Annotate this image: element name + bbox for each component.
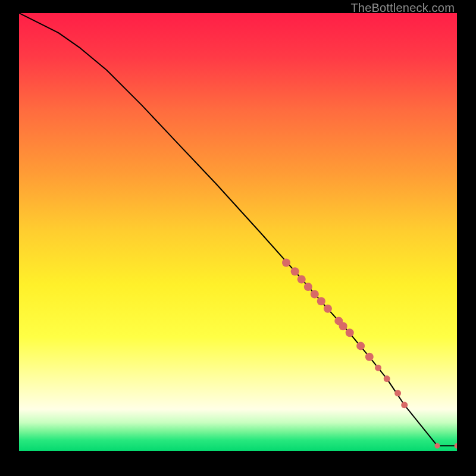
- data-marker: [384, 375, 390, 382]
- data-marker: [401, 402, 408, 408]
- data-marker: [356, 342, 365, 350]
- data-marker: [282, 259, 290, 267]
- data-marker: [317, 297, 325, 305]
- data-marker: [324, 305, 332, 313]
- data-marker: [339, 322, 347, 330]
- data-marker: [434, 443, 440, 449]
- data-marker: [394, 390, 401, 396]
- data-marker: [291, 267, 299, 275]
- data-marker: [346, 328, 354, 337]
- data-marker: [298, 275, 306, 284]
- chart-frame: [19, 13, 457, 451]
- data-marker: [311, 290, 319, 299]
- data-marker: [375, 365, 381, 371]
- gradient-chart: [19, 13, 457, 451]
- data-marker: [304, 283, 312, 291]
- data-marker: [365, 353, 374, 361]
